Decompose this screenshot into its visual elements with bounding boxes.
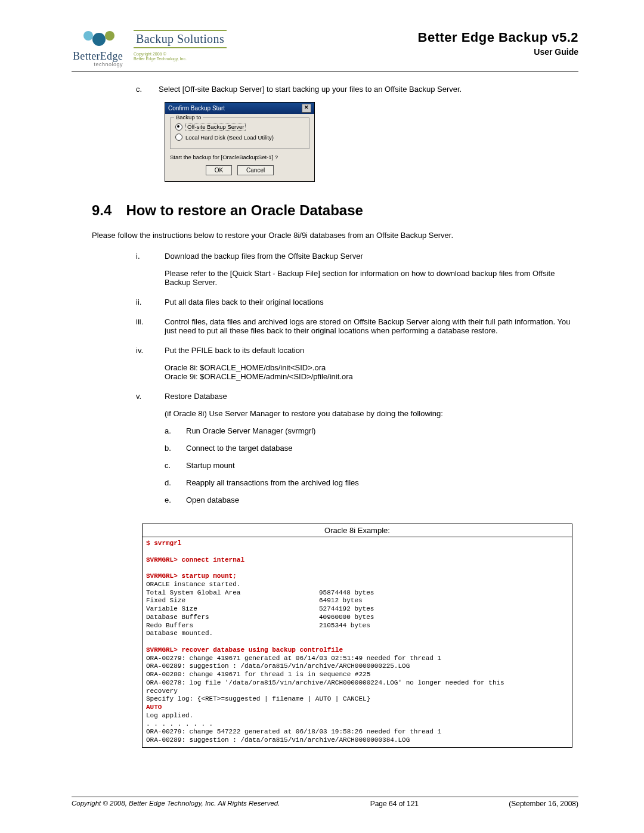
section-number: 9.4 xyxy=(92,202,112,218)
backup-solutions-logo: Backup Solutions Copyright 2008 © Better… xyxy=(134,30,227,62)
content: c. Select [Off-site Backup Server] to st… xyxy=(72,85,578,748)
oracle-8i-example: Oracle 8i Example: $ svrmgrl SVRMGRL> co… xyxy=(142,524,572,748)
step-i-title: Download the backup files from the Offsi… xyxy=(165,252,578,261)
dialog-question: Start the backup for [OracleBackupSet-1]… xyxy=(170,154,309,160)
svg-point-1 xyxy=(92,33,106,46)
page: BetterEdge technology Backup Solutions C… xyxy=(0,0,644,833)
dialog-body: Backup to Off-site Backup Server Local H… xyxy=(165,114,314,181)
footer-copyright: Copyright © 2008, Better Edge Technology… xyxy=(72,800,280,808)
footer-page: Page 64 of 121 xyxy=(370,800,419,808)
cancel-button[interactable]: Cancel xyxy=(237,165,274,175)
page-footer: Copyright © 2008, Better Edge Technology… xyxy=(72,797,578,808)
step-c-row: c. Select [Off-site Backup Server] to st… xyxy=(136,85,578,94)
ok-button[interactable]: OK xyxy=(206,165,232,175)
step-i-para: Please refer to the [Quick Start - Backu… xyxy=(165,269,578,287)
step-c-text: Select [Off-site Backup Server] to start… xyxy=(159,85,462,94)
doc-title-block: Better Edge Backup v5.2 User Guide xyxy=(418,30,578,57)
step-iv-title: Put the PFILE back to its default locati… xyxy=(165,346,578,355)
betteredge-logo: BetterEdge technology xyxy=(72,30,123,67)
svg-point-0 xyxy=(83,31,93,41)
radio-local[interactable]: Local Hard Disk (Seed Load Utility) xyxy=(175,134,304,141)
fieldset-legend: Backup to xyxy=(174,114,203,120)
radio-local-label: Local Hard Disk (Seed Load Utility) xyxy=(185,134,274,141)
doc-subtitle: User Guide xyxy=(418,47,578,57)
step-c-marker: c. xyxy=(136,85,159,94)
logo-block: BetterEdge technology Backup Solutions C… xyxy=(72,30,227,67)
dialog-titlebar: Confirm Backup Start ✕ xyxy=(165,103,314,114)
radio-icon xyxy=(175,134,182,141)
substep-a: a.Run Oracle Server Manager (svrmgrl) xyxy=(165,426,578,435)
doc-title: Better Edge Backup v5.2 xyxy=(418,30,578,45)
example-title: Oracle 8i Example: xyxy=(143,524,572,537)
backup-to-fieldset: Backup to Off-site Backup Server Local H… xyxy=(170,117,309,149)
page-header: BetterEdge technology Backup Solutions C… xyxy=(72,30,578,72)
section-heading: 9.4How to restore an Oracle Database xyxy=(92,202,578,219)
substep-c: c.Startup mount xyxy=(165,461,578,470)
backup-solutions-text: Backup Solutions xyxy=(134,30,227,48)
confirm-backup-dialog: Confirm Backup Start ✕ Backup to Off-sit… xyxy=(165,102,315,182)
step-v: v. Restore Database (if Oracle 8i) Use S… xyxy=(136,392,578,513)
substep-d: d.Reapply all transactions from the arch… xyxy=(165,478,578,487)
section-title: How to restore an Oracle Database xyxy=(126,202,363,218)
step-v-para: (if Oracle 8i) Use Server Manager to res… xyxy=(165,409,578,418)
substep-e: e.Open database xyxy=(165,496,578,504)
close-icon[interactable]: ✕ xyxy=(302,104,311,113)
step-iv-paths: Oracle 8i: $ORACLE_HOME/dbs/init<SID>.or… xyxy=(165,363,578,381)
svg-point-2 xyxy=(105,31,114,41)
logo-brand-text: BetterEdge xyxy=(73,50,123,62)
radio-offsite-label: Off-site Backup Server xyxy=(185,123,246,131)
step-ii: ii. Put all data files back to their ori… xyxy=(136,298,578,306)
substeps-list: a.Run Oracle Server Manager (svrmgrl) b.… xyxy=(165,426,578,504)
dialog-buttons: OK Cancel xyxy=(170,165,309,175)
example-body: $ svrmgrl SVRMGRL> connect internal SVRM… xyxy=(143,537,572,747)
radio-icon xyxy=(175,123,182,131)
step-i: i. Download the backup files from the Of… xyxy=(136,252,578,287)
substep-b: b.Connect to the target database xyxy=(165,444,578,453)
section-intro: Please follow the instructions below to … xyxy=(92,231,578,240)
logo-copyright: Copyright 2008 © Better Edge Technology,… xyxy=(134,52,227,62)
restore-steps-list: i. Download the backup files from the Of… xyxy=(136,252,578,513)
step-iii: iii. Control files, data files and archi… xyxy=(136,317,578,335)
logo-brand-sub: technology xyxy=(72,61,123,67)
dialog-title-text: Confirm Backup Start xyxy=(168,105,225,112)
step-iv: iv. Put the PFILE back to its default lo… xyxy=(136,346,578,381)
step-v-title: Restore Database xyxy=(165,392,578,401)
footer-date: (September 16, 2008) xyxy=(509,800,578,808)
radio-offsite[interactable]: Off-site Backup Server xyxy=(175,123,304,131)
